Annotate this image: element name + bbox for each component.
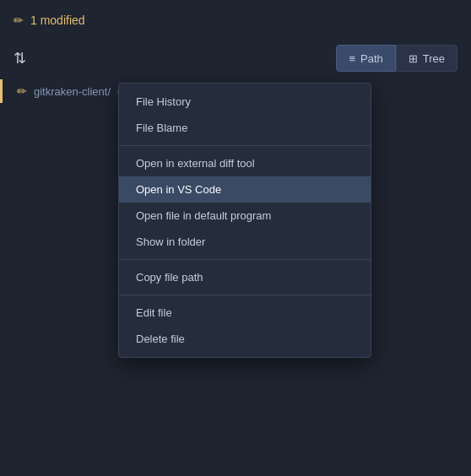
menu-item-copy-path[interactable]: Copy file path [119, 264, 371, 290]
path-label: Path [360, 52, 383, 65]
tree-view-button[interactable]: ⊞ Tree [396, 45, 457, 72]
tree-label: Tree [423, 52, 445, 65]
file-path-prefix: gitkraken-client/ [34, 85, 111, 98]
menu-item-open-external-diff[interactable]: Open in external diff tool [119, 150, 371, 176]
top-bar: ✏ 1 modified [0, 0, 471, 41]
menu-divider [119, 259, 371, 260]
main-panel: ✏ 1 modified ⇅ ≡ Path ⊞ Tree ✏ gitkraken… [0, 0, 471, 476]
sort-icon: ⇅ [14, 49, 26, 68]
menu-item-delete-file[interactable]: Delete file [119, 326, 371, 352]
menu-item-file-blame[interactable]: File Blame [119, 115, 371, 141]
menu-divider [119, 295, 371, 295]
header-row: ⇅ ≡ Path ⊞ Tree [0, 41, 471, 76]
path-icon: ≡ [349, 52, 355, 65]
file-pencil-icon: ✏ [17, 84, 27, 98]
view-toggle: ≡ Path ⊞ Tree [336, 45, 457, 72]
menu-item-edit-file[interactable]: Edit file [119, 300, 371, 326]
menu-item-open-default[interactable]: Open file in default program [119, 203, 371, 229]
menu-divider [119, 145, 371, 146]
left-edge-indicator [0, 79, 3, 103]
context-menu: File HistoryFile BlameOpen in external d… [118, 83, 371, 358]
menu-item-file-history[interactable]: File History [119, 89, 371, 115]
menu-item-show-folder[interactable]: Show in folder [119, 229, 371, 255]
path-view-button[interactable]: ≡ Path [336, 45, 395, 72]
sort-button[interactable]: ⇅ [7, 46, 33, 71]
pencil-icon: ✏ [14, 14, 24, 27]
modified-count-text: 1 modified [30, 14, 85, 27]
menu-item-open-vscode[interactable]: Open in VS Code [119, 176, 371, 203]
modified-label: ✏ 1 modified [14, 14, 85, 27]
tree-icon: ⊞ [409, 52, 418, 65]
